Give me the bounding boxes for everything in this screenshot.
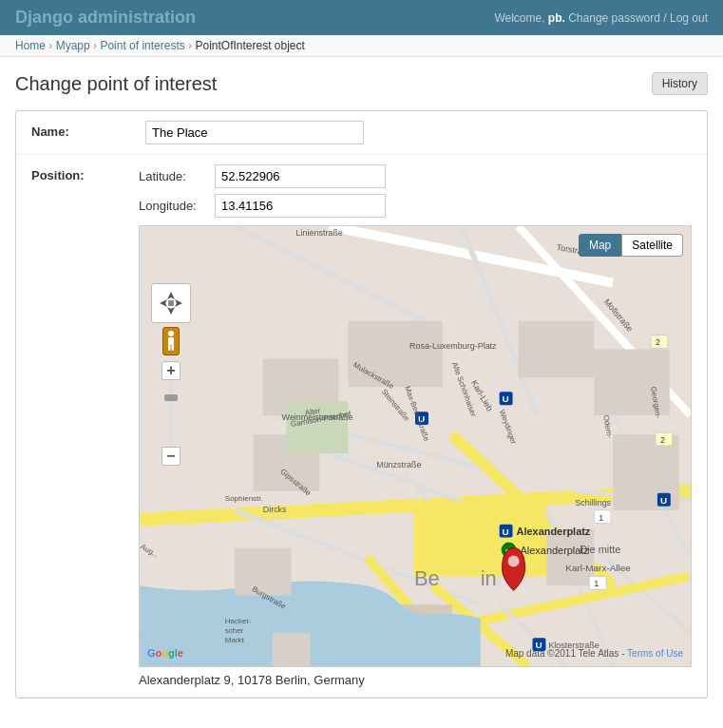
username: pb. bbox=[548, 11, 565, 25]
address-text: Alexanderplatz 9, 10178 Berlin, Germany bbox=[139, 673, 692, 687]
zoom-track bbox=[169, 380, 173, 447]
svg-rect-33 bbox=[546, 529, 594, 586]
nav-pad[interactable] bbox=[151, 283, 191, 323]
breadcrumb-myapp[interactable]: Myapp bbox=[56, 39, 90, 52]
svg-text:2: 2 bbox=[656, 337, 660, 347]
svg-text:Karl-Marx-Allee: Karl-Marx-Allee bbox=[565, 563, 631, 573]
latitude-input[interactable] bbox=[215, 164, 386, 188]
name-label: Name: bbox=[31, 121, 145, 139]
svg-marker-111 bbox=[167, 307, 175, 315]
longitude-row: Longitude: bbox=[139, 194, 692, 218]
breadcrumb: Home › Myapp › Point of interests › Poin… bbox=[0, 35, 723, 57]
history-button[interactable]: History bbox=[652, 72, 708, 95]
svg-text:Rosa-Luxemburg-Platz: Rosa-Luxemburg-Platz bbox=[409, 341, 497, 351]
svg-text:1: 1 bbox=[599, 513, 603, 523]
svg-text:Alexanderplatz: Alexanderplatz bbox=[517, 526, 591, 537]
breadcrumb-point-of-interests[interactable]: Point of interests bbox=[100, 39, 184, 52]
map-attribution: Map data ©2011 Tele Atlas - Terms of Use bbox=[505, 648, 683, 659]
breadcrumb-home[interactable]: Home bbox=[15, 39, 46, 52]
svg-rect-115 bbox=[168, 337, 174, 345]
nav-arrows-icon bbox=[158, 290, 184, 316]
svg-text:Be: Be bbox=[414, 566, 440, 590]
svg-rect-113 bbox=[168, 300, 174, 306]
svg-text:scher: scher bbox=[225, 626, 244, 635]
svg-rect-117 bbox=[172, 345, 175, 351]
map-type-controls: Map Satellite bbox=[579, 234, 683, 257]
map-data-text: Map data ©2011 Tele Atlas bbox=[505, 648, 619, 659]
page-title: Change point of interest bbox=[15, 73, 217, 95]
position-fields: Latitude: Longitude: bbox=[139, 164, 692, 687]
svg-rect-34 bbox=[273, 633, 311, 666]
svg-rect-27 bbox=[348, 321, 443, 388]
svg-text:Schillings: Schillings bbox=[575, 498, 611, 508]
svg-rect-32 bbox=[235, 548, 292, 596]
svg-marker-110 bbox=[175, 299, 182, 307]
change-password-link[interactable]: Change password bbox=[568, 11, 660, 25]
terms-link[interactable]: Terms of Use bbox=[627, 648, 683, 659]
breadcrumb-current: PointOfInterest object bbox=[195, 39, 304, 52]
svg-text:U: U bbox=[660, 495, 667, 506]
svg-text:Hacker-: Hacker- bbox=[225, 617, 252, 625]
page-title-row: Change point of interest History bbox=[15, 72, 708, 95]
svg-rect-116 bbox=[168, 345, 171, 351]
svg-text:Dircks: Dircks bbox=[263, 505, 287, 514]
svg-text:U: U bbox=[503, 527, 509, 537]
zoom-in-button[interactable]: + bbox=[162, 361, 181, 380]
svg-text:2: 2 bbox=[660, 435, 665, 445]
svg-text:1: 1 bbox=[594, 579, 599, 588]
svg-text:Linienstraße: Linienstraße bbox=[296, 228, 343, 238]
zoom-thumb[interactable] bbox=[164, 394, 178, 401]
svg-text:Sophienstr.: Sophienstr. bbox=[225, 494, 263, 503]
svg-text:Münzstraße: Münzstraße bbox=[376, 460, 421, 469]
latitude-row: Latitude: bbox=[139, 164, 692, 188]
latitude-label: Latitude: bbox=[139, 169, 215, 183]
separator: / bbox=[663, 11, 670, 25]
map-container[interactable]: Alter Garnison-Friedhof Rosa-Luxemburg-P… bbox=[139, 225, 692, 667]
svg-rect-29 bbox=[519, 321, 595, 378]
pegman-icon[interactable] bbox=[162, 327, 180, 355]
name-row: Name: bbox=[16, 111, 707, 155]
longitude-input[interactable] bbox=[215, 194, 386, 218]
name-field bbox=[145, 121, 692, 144]
position-label: Position: bbox=[31, 164, 139, 182]
google-logo: Google bbox=[147, 647, 183, 659]
welcome-text: Welcome, bbox=[494, 11, 547, 25]
name-input[interactable] bbox=[145, 121, 364, 144]
svg-point-108 bbox=[508, 556, 520, 567]
form-container: Name: Position: Latitude: Longitude: bbox=[15, 110, 708, 699]
svg-text:U: U bbox=[503, 393, 509, 404]
svg-point-114 bbox=[168, 331, 174, 336]
header: Django administration Welcome, pb. Chang… bbox=[0, 0, 723, 35]
zoom-out-button[interactable]: − bbox=[162, 447, 181, 466]
svg-marker-112 bbox=[160, 299, 167, 307]
svg-marker-109 bbox=[167, 292, 175, 299]
longitude-label: Longitude: bbox=[139, 199, 215, 213]
svg-text:Die mitte: Die mitte bbox=[580, 544, 620, 555]
zoom-controls: + − bbox=[151, 361, 191, 466]
svg-text:in: in bbox=[481, 566, 497, 590]
svg-text:Markt: Markt bbox=[225, 636, 245, 644]
map-type-satellite-button[interactable]: Satellite bbox=[621, 234, 683, 257]
user-info: Welcome, pb. Change password / Log out bbox=[494, 11, 708, 25]
nav-control-group: + − bbox=[151, 283, 191, 466]
map-svg: Alter Garnison-Friedhof Rosa-Luxemburg-P… bbox=[140, 226, 691, 666]
content: Change point of interest History Name: P… bbox=[0, 57, 723, 714]
person-icon bbox=[165, 331, 177, 352]
logout-link[interactable]: Log out bbox=[670, 11, 708, 25]
position-row: Position: Latitude: Longitude: bbox=[16, 155, 707, 698]
map-type-map-button[interactable]: Map bbox=[579, 234, 621, 257]
app-title: Django administration bbox=[15, 8, 196, 28]
svg-text:Weinmeisterstraße: Weinmeisterstraße bbox=[282, 412, 353, 422]
